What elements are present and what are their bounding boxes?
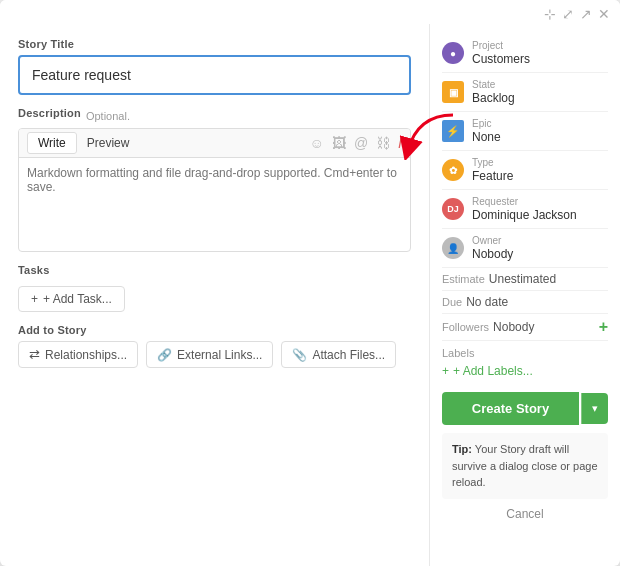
tip-box: Tip: Your Story draft will survive a dia… bbox=[442, 433, 608, 499]
due-label: Due bbox=[442, 296, 462, 308]
plus-icon: + bbox=[31, 292, 38, 306]
story-title-input[interactable] bbox=[18, 55, 411, 95]
add-to-story-label: Add to Story bbox=[18, 324, 411, 336]
project-meta: Project bbox=[472, 40, 530, 52]
description-label: Description bbox=[18, 107, 81, 119]
italic-icon[interactable]: I bbox=[398, 135, 402, 151]
tab-preview[interactable]: Preview bbox=[77, 133, 140, 153]
requester-content: Requester Dominique Jackson bbox=[472, 196, 577, 222]
relationships-label: Relationships... bbox=[45, 348, 127, 362]
tasks-label: Tasks bbox=[18, 264, 411, 276]
epic-item[interactable]: ⚡ Epic None bbox=[442, 112, 608, 151]
story-title-section: Story Title bbox=[18, 38, 411, 95]
state-content: State Backlog bbox=[472, 79, 515, 105]
cancel-button[interactable]: Cancel bbox=[442, 507, 608, 521]
requester-avatar: DJ bbox=[442, 198, 464, 220]
add-task-label: + Add Task... bbox=[43, 292, 112, 306]
mention-icon[interactable]: @ bbox=[354, 135, 368, 151]
header-icons: ⊹ ⤢ ↗ ✕ bbox=[544, 6, 610, 22]
external-links-label: External Links... bbox=[177, 348, 262, 362]
state-meta: State bbox=[472, 79, 515, 91]
emoji-icon[interactable]: ☺ bbox=[310, 135, 324, 151]
owner-meta: Owner bbox=[472, 235, 513, 247]
epic-value: None bbox=[472, 130, 501, 144]
requester-item[interactable]: DJ Requester Dominique Jackson bbox=[442, 190, 608, 229]
owner-avatar: 👤 bbox=[442, 237, 464, 259]
create-story-row: Create Story ▾ bbox=[442, 392, 608, 425]
attach-files-label: Attach Files... bbox=[312, 348, 385, 362]
attach-icon: 📎 bbox=[292, 348, 307, 362]
owner-item[interactable]: 👤 Owner Nobody bbox=[442, 229, 608, 268]
labels-label: Labels bbox=[442, 347, 608, 359]
epic-meta: Epic bbox=[472, 118, 501, 130]
requester-meta: Requester bbox=[472, 196, 577, 208]
external-links-button[interactable]: 🔗 External Links... bbox=[146, 341, 273, 368]
close-icon[interactable]: ✕ bbox=[598, 6, 610, 22]
followers-value: Nobody bbox=[493, 320, 534, 334]
project-value: Customers bbox=[472, 52, 530, 66]
estimate-label: Estimate bbox=[442, 273, 485, 285]
epic-icon: ⚡ bbox=[442, 120, 464, 142]
tip-prefix: Tip: bbox=[452, 443, 472, 455]
due-value: No date bbox=[466, 295, 508, 309]
type-icon: ✿ bbox=[442, 159, 464, 181]
description-label-row: Description Optional. bbox=[18, 107, 411, 124]
tip-text: Your Story draft will survive a dialog c… bbox=[452, 443, 598, 488]
link-icon[interactable]: ⛓ bbox=[376, 135, 390, 151]
type-content: Type Feature bbox=[472, 157, 513, 183]
add-labels-button[interactable]: + + Add Labels... bbox=[442, 364, 533, 378]
modal-header: ⊹ ⤢ ↗ ✕ bbox=[0, 0, 620, 24]
desc-tab-row: Write Preview ☺ 🖼 @ ⛓ I bbox=[19, 129, 410, 158]
modal-container: ⊹ ⤢ ↗ ✕ Story Title Description Optional… bbox=[0, 0, 620, 566]
desc-toolbar: ☺ 🖼 @ ⛓ I bbox=[310, 135, 402, 151]
followers-item: Followers Nobody + bbox=[442, 314, 608, 341]
state-icon: ▣ bbox=[442, 81, 464, 103]
description-optional: Optional. bbox=[86, 110, 130, 122]
tab-write[interactable]: Write bbox=[27, 132, 77, 154]
followers-label: Followers bbox=[442, 321, 489, 333]
state-value: Backlog bbox=[472, 91, 515, 105]
owner-content: Owner Nobody bbox=[472, 235, 513, 261]
description-textarea[interactable] bbox=[19, 158, 410, 248]
modal-body: Story Title Description Optional. Write … bbox=[0, 24, 620, 566]
requester-value: Dominique Jackson bbox=[472, 208, 577, 222]
estimate-value: Unestimated bbox=[489, 272, 556, 286]
image-icon[interactable]: 🖼 bbox=[332, 135, 346, 151]
labels-section: Labels + + Add Labels... bbox=[442, 341, 608, 384]
left-panel: Story Title Description Optional. Write … bbox=[0, 24, 430, 566]
project-item[interactable]: ● Project Customers bbox=[442, 34, 608, 73]
type-meta: Type bbox=[472, 157, 513, 169]
right-panel: ● Project Customers ▣ State Backlog ⚡ Ep… bbox=[430, 24, 620, 566]
owner-value: Nobody bbox=[472, 247, 513, 261]
add-labels-text: + Add Labels... bbox=[453, 364, 533, 378]
external-links-icon: 🔗 bbox=[157, 348, 172, 362]
attach-files-button[interactable]: 📎 Attach Files... bbox=[281, 341, 396, 368]
project-content: Project Customers bbox=[472, 40, 530, 66]
tasks-section: Tasks + + Add Task... bbox=[18, 264, 411, 312]
add-task-button[interactable]: + + Add Task... bbox=[18, 286, 125, 312]
create-story-button[interactable]: Create Story bbox=[442, 392, 579, 425]
add-to-story-section: Add to Story ⇄ Relationships... 🔗 Extern… bbox=[18, 324, 411, 368]
relationships-button[interactable]: ⇄ Relationships... bbox=[18, 341, 138, 368]
project-icon: ● bbox=[442, 42, 464, 64]
create-story-dropdown[interactable]: ▾ bbox=[581, 393, 608, 424]
due-item[interactable]: Due No date bbox=[442, 291, 608, 314]
relationships-icon: ⇄ bbox=[29, 347, 40, 362]
type-item[interactable]: ✿ Type Feature bbox=[442, 151, 608, 190]
story-buttons: ⇄ Relationships... 🔗 External Links... 📎… bbox=[18, 341, 411, 368]
epic-content: Epic None bbox=[472, 118, 501, 144]
external-link-icon[interactable]: ↗ bbox=[580, 6, 592, 22]
add-follower-button[interactable]: + bbox=[599, 318, 608, 336]
story-title-label: Story Title bbox=[18, 38, 411, 50]
estimate-item[interactable]: Estimate Unestimated bbox=[442, 268, 608, 291]
type-value: Feature bbox=[472, 169, 513, 183]
add-labels-icon: + bbox=[442, 364, 449, 378]
description-section: Description Optional. Write Preview ☺ 🖼 … bbox=[18, 107, 411, 252]
description-tabs: Write Preview ☺ 🖼 @ ⛓ I bbox=[18, 128, 411, 252]
move-icon[interactable]: ⊹ bbox=[544, 6, 556, 22]
state-item[interactable]: ▣ State Backlog bbox=[442, 73, 608, 112]
expand-icon[interactable]: ⤢ bbox=[562, 6, 574, 22]
followers-content: Followers Nobody bbox=[442, 320, 534, 334]
